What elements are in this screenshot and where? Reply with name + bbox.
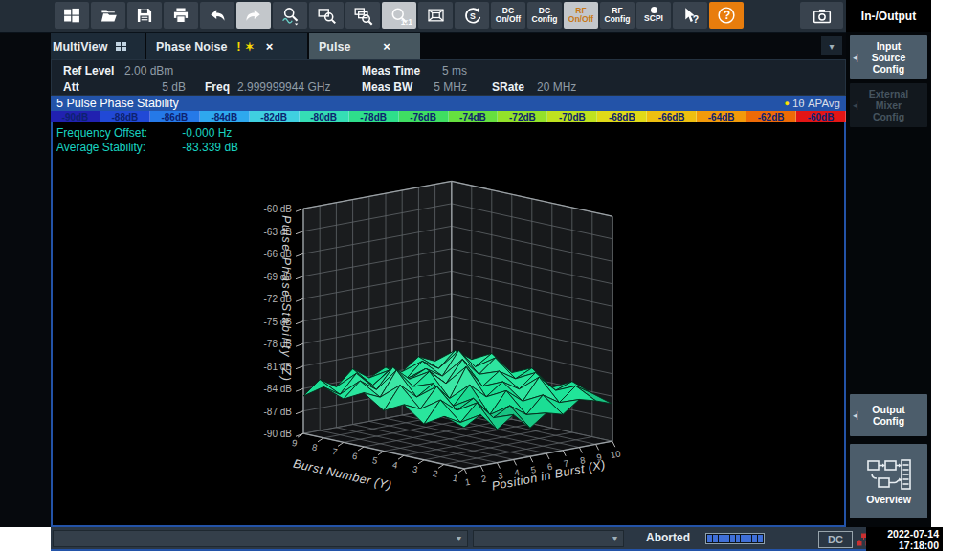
softkey-input-source-config[interactable]: ◂| Input Source Config — [850, 35, 927, 79]
zoom-trace-button[interactable] — [273, 2, 307, 29]
grid-line — [296, 253, 303, 256]
y-tick-label: 7 — [331, 446, 338, 457]
tab-pulse[interactable]: Pulse × — [309, 33, 420, 59]
progress-segment — [707, 535, 712, 542]
z-axis-title: Pulse Phase Stability (Z) — [279, 215, 293, 382]
multiview-grid-icon — [116, 42, 126, 51]
rf-config-button[interactable]: RF Config — [600, 2, 635, 29]
grid-line — [458, 469, 464, 473]
grid-line — [514, 459, 517, 465]
save-button[interactable] — [127, 2, 162, 29]
color-scale-label: -86dB — [150, 111, 200, 122]
progress-segment — [758, 535, 763, 542]
print-button[interactable] — [164, 2, 198, 29]
y-tick-label: 9 — [291, 437, 298, 449]
softkey-arrow-icon: ◂| — [853, 409, 858, 421]
y-tick-label: 4 — [391, 459, 398, 471]
softkey-input-source-config-label: Input Source Config — [872, 40, 906, 75]
svg-text:?: ? — [724, 9, 730, 22]
dc-config-button[interactable]: DC Config — [527, 2, 562, 29]
sidebar: ◂| Input Source Config ◂| External Mixer… — [846, 32, 931, 527]
3d-surface-plot: -60 dB-63 dB-66 dB-69 dB-72 dB-75 dB-78 … — [53, 122, 844, 523]
color-scale-label: -60dB — [796, 111, 846, 122]
meas-time-value[interactable]: 5 ms — [410, 64, 467, 77]
freq-label: Freq — [205, 80, 230, 94]
window-title: 5 Pulse Phase Stability — [56, 97, 179, 110]
z-tick-label: -87 dB — [264, 407, 293, 417]
grid-line — [530, 456, 533, 462]
grid-line — [296, 366, 303, 369]
grid-line — [296, 209, 303, 211]
svg-text:?: ? — [692, 12, 698, 24]
att-value[interactable]: 5 dB — [128, 80, 186, 94]
softkey-output-config[interactable]: ◂| Output Config — [850, 394, 927, 436]
windows-start-button[interactable] — [55, 2, 89, 29]
softkey-overview[interactable]: Overview — [850, 444, 927, 518]
grid-line — [596, 444, 599, 450]
context-help-button[interactable]: ? — [673, 2, 707, 29]
color-scale-label: -66dB — [647, 111, 697, 122]
undo-button[interactable] — [200, 2, 234, 29]
refresh-sweep-icon: S — [462, 6, 482, 26]
tab-list-dropdown[interactable]: ▾ — [821, 36, 842, 55]
scpi-dot-icon — [651, 7, 657, 13]
rf-onoff-button: RF On/Off — [564, 2, 598, 29]
grid-line — [318, 438, 323, 442]
instrument-screen: 1:1 S DC On/Off DC Config RF On/O — [0, 0, 980, 551]
meas-bw-value[interactable]: 5 MHz — [410, 80, 467, 94]
rf-onoff-label-2: On/Off — [568, 15, 593, 25]
softkey-arrow-icon: ◂| — [853, 99, 858, 111]
zoom-multiple-button[interactable] — [345, 2, 380, 29]
average-stability-label: Average Stability: — [56, 141, 179, 155]
tab-phase-noise[interactable]: Phase Noise ! ✶ × — [146, 33, 307, 59]
trace-info-label: 1θ APAvg — [792, 98, 840, 109]
grid-line — [296, 276, 303, 279]
att-label: Att — [63, 80, 79, 94]
window-arrange-button[interactable] — [418, 2, 453, 29]
grid-line — [480, 466, 483, 472]
window-title-bar: 5 Pulse Phase Stability ● 1θ APAvg — [51, 96, 846, 111]
open-folder-icon — [99, 7, 119, 25]
zoom-select-button[interactable] — [309, 2, 344, 29]
grid-line — [378, 452, 384, 455]
sidebar-header: In-/Output — [846, 0, 931, 32]
zoom-trace-icon — [280, 6, 301, 26]
scpi-button[interactable]: SCPI — [636, 2, 671, 29]
ref-level-value[interactable]: 2.00 dBm — [124, 64, 173, 77]
dc-onoff-button[interactable]: DC On/Off — [491, 2, 525, 29]
svg-text:S: S — [469, 11, 475, 21]
grid-line — [296, 321, 303, 324]
progress-segment — [719, 535, 724, 542]
tab-pulse-close-icon[interactable]: × — [383, 39, 390, 54]
screenshot-button[interactable] — [800, 2, 843, 29]
window-frame-icon — [426, 6, 446, 25]
measurement-settings-bar: Ref Level 2.00 dBm Meas Time 5 ms Att 5 … — [51, 59, 846, 96]
color-scale-label: -74dB — [449, 111, 499, 122]
dc-indicator-label: DC — [828, 534, 843, 545]
plot-area: -60 dB-63 dB-66 dB-69 dB-72 dB-75 dB-78 … — [51, 122, 846, 527]
grid-line — [296, 388, 303, 391]
tab-multiview[interactable]: MultiView — [43, 33, 145, 59]
overview-flow-icon — [866, 458, 912, 491]
softkey-output-config-label: Output Config — [872, 404, 904, 427]
sequencer-dropdown[interactable]: ▾ — [53, 530, 468, 547]
open-file-button[interactable] — [91, 2, 125, 29]
color-scale-label: -70dB — [547, 111, 597, 122]
zoom-select-icon — [317, 6, 337, 26]
progress-segment — [736, 535, 741, 542]
z-tick-label: -60 dB — [264, 204, 293, 214]
trace-marker-icon: ● — [784, 99, 789, 108]
tab-phase-noise-close-icon[interactable]: × — [266, 39, 274, 54]
help-button[interactable]: ? — [709, 2, 744, 29]
freq-value[interactable]: 2.999999944 GHz — [237, 80, 330, 94]
color-scale-label: -72dB — [498, 111, 547, 122]
sweep-refresh-button[interactable]: S — [455, 2, 489, 29]
channel-dropdown[interactable]: ▾ — [473, 530, 624, 547]
x-tick-label: 10 — [610, 448, 621, 460]
grid-line — [358, 447, 364, 451]
alert-icon: ! — [236, 39, 240, 54]
grid-line — [497, 463, 500, 469]
grid-line — [612, 441, 615, 447]
color-scale-label: -84dB — [200, 111, 250, 122]
srate-value[interactable]: 20 MHz — [537, 80, 576, 94]
